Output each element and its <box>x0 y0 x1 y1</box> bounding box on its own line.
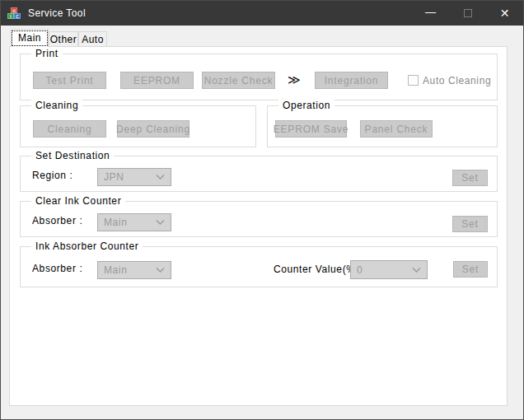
counter-value-select[interactable]: 0 <box>350 260 428 279</box>
deep-cleaning-button[interactable]: Deep Cleaning <box>117 120 189 138</box>
group-ink-absorber-counter-label: Ink Absorber Counter <box>31 240 143 252</box>
group-print-label: Print <box>31 48 63 59</box>
group-cleaning: Cleaning Cleaning Deep Cleaning <box>20 105 256 147</box>
group-clear-ink-counter-label: Clear Ink Counter <box>31 195 125 207</box>
minimize-icon: — <box>425 7 436 17</box>
close-button[interactable]: ✕ <box>486 1 523 26</box>
cleaning-button[interactable]: Cleaning <box>33 120 106 138</box>
integration-button[interactable]: Integration <box>315 72 388 89</box>
region-value: JPN <box>104 171 124 183</box>
ink-absorber-value: Main <box>104 264 127 276</box>
maximize-button[interactable] <box>449 1 486 26</box>
chevron-down-icon <box>156 268 165 273</box>
group-operation-label: Operation <box>278 100 335 111</box>
absorber-label: Absorber : <box>32 215 82 226</box>
group-clear-ink-counter: Clear Ink Counter Absorber : Main Set <box>20 201 498 237</box>
ink-absorber-select[interactable]: Main <box>97 261 171 279</box>
icon-block-i: I <box>7 13 14 19</box>
nozzle-check-button[interactable]: Nozzle Check <box>202 72 275 89</box>
panel-check-button[interactable]: Panel Check <box>360 120 433 138</box>
tab-other-label: Other <box>50 34 77 45</box>
eeprom-button[interactable]: EEPROM <box>120 72 194 89</box>
region-label: Region : <box>32 170 73 181</box>
group-ink-absorber-counter: Ink Absorber Counter Absorber : Main Cou… <box>20 246 498 287</box>
ink-absorber-set-button[interactable]: Set <box>453 261 488 278</box>
tab-main-label: Main <box>12 30 48 46</box>
set-destination-set-button[interactable]: Set <box>452 170 488 186</box>
tab-main[interactable]: Main <box>11 29 49 47</box>
double-arrow-icon: ≫ <box>288 72 299 87</box>
group-set-destination: Set Destination Region : JPN Set <box>20 156 498 192</box>
group-operation: Operation EEPROM Save Panel Check <box>267 105 498 147</box>
tab-other[interactable]: Other <box>49 31 78 47</box>
tab-auto-label: Auto <box>82 34 104 45</box>
chevron-down-icon <box>156 220 165 226</box>
clear-ink-set-button[interactable]: Set <box>452 216 488 232</box>
titlebar[interactable]: H I C Service Tool — ✕ <box>1 1 523 26</box>
ink-absorber-label: Absorber : <box>32 263 82 274</box>
maximize-icon <box>464 9 472 17</box>
window-title: Service Tool <box>28 7 86 19</box>
app-icon: H I C <box>7 7 21 20</box>
group-set-destination-label: Set Destination <box>31 150 114 161</box>
eeprom-save-button[interactable]: EEPROM Save <box>275 120 347 138</box>
absorber-select[interactable]: Main <box>97 213 171 231</box>
group-print: Print Test Print EEPROM Nozzle Check ≫ I… <box>20 54 498 100</box>
chevron-down-icon <box>156 175 165 180</box>
auto-cleaning-label: Auto Cleaning <box>423 75 491 86</box>
tab-auto[interactable]: Auto <box>78 31 107 47</box>
icon-block-h: H <box>11 7 17 13</box>
counter-value: 0 <box>357 264 363 276</box>
test-print-button[interactable]: Test Print <box>33 72 106 89</box>
service-tool-window: H I C Service Tool — ✕ Main Other Auto P… <box>0 0 524 420</box>
icon-block-c: C <box>14 13 21 19</box>
minimize-button[interactable]: — <box>412 1 449 26</box>
region-select[interactable]: JPN <box>97 168 171 186</box>
auto-cleaning-checkbox[interactable] <box>408 75 419 86</box>
absorber-value: Main <box>104 217 127 228</box>
chevron-down-icon <box>412 267 421 273</box>
group-cleaning-label: Cleaning <box>31 100 82 111</box>
close-icon: ✕ <box>500 7 510 19</box>
